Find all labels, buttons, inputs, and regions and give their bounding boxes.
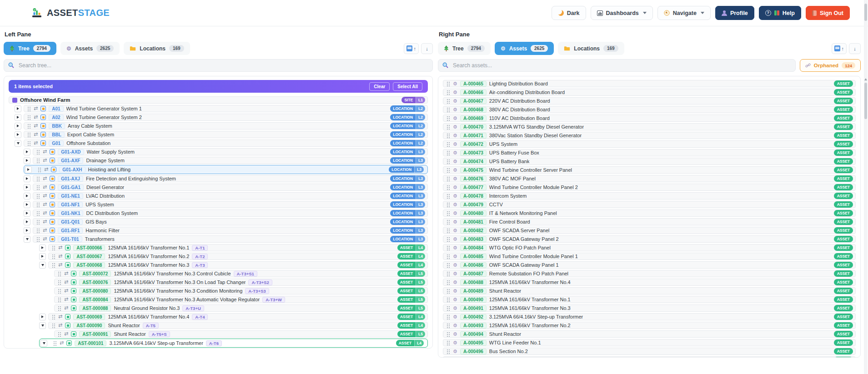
scrollbar-thumb[interactable] [864,4,867,21]
drag-handle-icon[interactable] [58,297,61,302]
drag-handle-icon[interactable] [447,133,450,138]
asset-list-row[interactable]: ⚙ A-000484 WTG Optic FO Patch Panel ASSE… [443,244,856,251]
tree-row[interactable]: ⇄ G01-NF1 UPS System LOCATIONL3 [24,201,428,208]
drag-handle-icon[interactable] [447,202,450,207]
tree-row-pill[interactable]: ⇄ A01 Wind Turbine Generator System 1 LO… [24,105,428,112]
asset-list-row[interactable]: ⚙ A-000482 OWF SCADA Server Panel ASSET [443,227,856,234]
tree-row-pill[interactable]: ⇄ G01-NE1 LVAC Distribution LOCATIONL3 [33,192,428,199]
tree-row-pill[interactable]: ⇄ G01-AXD Water Supply System LOCATIONL3 [33,148,428,155]
expand-button[interactable] [25,166,32,173]
drag-handle-icon[interactable] [27,106,31,111]
asset-row-pill[interactable]: ⚙ A-000482 OWF SCADA Server Panel ASSET [443,227,856,234]
sort-down-button[interactable]: ↓ [849,43,861,54]
asset-list-row[interactable]: ⚙ A-000481 Fire Control Board ASSET [443,218,856,225]
expand-button[interactable] [24,149,30,155]
drag-handle-icon[interactable] [447,194,450,199]
tree-row-pill[interactable]: ⇄ AST-000080 125MVA 161/66kV Transformer… [54,287,428,294]
drag-handle-icon[interactable] [447,211,450,216]
asset-row-pill[interactable]: ⚙ A-000468 380V AC Distribution Board AS… [443,106,856,113]
move-icon[interactable]: ⇄ [64,271,68,276]
scrollbar-thumb[interactable] [864,83,867,119]
tree-row-pill[interactable]: ⇄ AST-000068 125MVA 161/66kV Transformer… [48,261,428,269]
move-icon[interactable]: ⇄ [43,219,47,224]
tree-row-pill[interactable]: ⇄ AST-000088 Neutral Ground Resistor No.… [54,304,428,312]
asset-list-row[interactable]: ⚙ A-000495 WTG Line Feeder No.1 ASSET [443,339,856,346]
display-options-button[interactable]: ↑ [832,43,847,54]
move-icon[interactable]: ⇄ [43,210,47,215]
drag-handle-icon[interactable] [36,176,40,181]
asset-list-row[interactable]: ⚙ A-000490 125MVA 161/66kV Transformer N… [443,296,856,303]
tree-row[interactable]: ⇄ G01-AXF Drainage System LOCATIONL3 [24,157,428,164]
tree-row[interactable]: ⇄ AST-000101 3.125MVA 66/4.16kV Step-up … [39,339,428,348]
clear-selection-button[interactable]: Clear [369,82,390,91]
asset-list-row[interactable]: ⚙ A-000476 380V AC MOF Panel ASSET [443,175,856,182]
expand-button[interactable] [24,157,30,164]
asset-list-row[interactable]: ⚙ A-000465 Lighting Distribution Board A… [443,80,856,87]
drag-handle-icon[interactable] [447,81,450,86]
drag-handle-icon[interactable] [36,211,40,216]
asset-row-pill[interactable]: ⚙ A-000467 220V AC Distribution Board AS… [443,97,856,105]
tree-row-pill[interactable]: ⇄ G01-AXF Drainage System LOCATIONL3 [33,157,428,164]
drag-handle-icon[interactable] [447,107,450,112]
drag-handle-icon[interactable] [447,228,450,233]
drag-handle-icon[interactable] [447,159,450,164]
asset-row-pill[interactable]: ⚙ A-000486 OWF SCADA Gateway Panel 1 ASS… [443,261,856,269]
tree-row-pill[interactable]: ⇄ G01-AXH Hoisting and Lifting LOCATIONL… [34,166,426,173]
tree-row-pill[interactable]: ⇄ AST-000066 125MVA 161/66kV Transformer… [48,244,428,251]
tree-row[interactable]: ⇄ G01-NE1 LVAC Distribution LOCATIONL3 [24,192,428,199]
asset-list-row[interactable]: ⚙ A-000475 Wind Turbine Controller Serve… [443,166,856,174]
dark-mode-button[interactable]: Dark [552,6,586,20]
tree-row[interactable]: ⇄ G01-GA1 Diesel Generator LOCATIONL3 [24,184,428,191]
tree-row[interactable]: ⇄ AST-000076 125MVA 161/66kV Transformer… [54,279,428,286]
expand-button[interactable] [39,314,46,320]
tree-row[interactable]: ⇄ AST-000084 125MVA 161/66kV Transformer… [54,296,428,303]
asset-row-pill[interactable]: ⚙ A-000474 UPS Battery Bank ASSET [443,158,856,165]
drag-handle-icon[interactable] [36,237,40,242]
drag-handle-icon[interactable] [27,141,31,146]
tree-row[interactable]: ⇄ AST-000088 Neutral Ground Resistor No.… [54,304,428,312]
move-icon[interactable]: ⇄ [34,132,38,137]
drag-handle-icon[interactable] [447,99,450,104]
drag-handle-icon[interactable] [58,280,61,285]
tree-row[interactable]: ⇄ AST-000091 Shunt Reactor A-T5+S ASSETL… [54,330,428,338]
tree-row[interactable]: ⇄ A02 Wind Turbine Generator System 2 LO… [15,114,428,121]
tree-row-pill[interactable]: ⇄ AST-000072 125MVA 161/66kV Transformer… [54,270,428,277]
asset-row-pill[interactable]: ⚙ A-000476 380V AC MOF Panel ASSET [443,175,856,182]
tree-row-pill[interactable]: ⇄ G01 Offshore Substation LOCATIONL2 [24,140,428,147]
drag-handle-icon[interactable] [447,280,450,285]
expand-button[interactable] [24,193,30,199]
expand-button[interactable] [15,105,21,112]
drag-handle-icon[interactable] [447,254,450,259]
asset-row-pill[interactable]: ⚙ A-000472 UPS System ASSET [443,140,856,148]
move-icon[interactable]: ⇄ [58,262,62,267]
expand-button[interactable] [24,210,30,217]
asset-row-pill[interactable]: ⚙ A-000473 UPS Battery Fuse Box ASSET [443,149,856,156]
tree-row-pill[interactable]: Offshore Wind Farm SITEL1 [9,96,428,104]
drag-handle-icon[interactable] [58,306,61,311]
expand-button[interactable] [24,219,30,225]
asset-list-row[interactable]: ⚙ A-000471 380Vac Station Standby Diesel… [443,132,856,139]
drag-handle-icon[interactable] [27,132,31,137]
asset-list-row[interactable]: ⚙ A-000489 Shunt Reactor ASSET [443,287,856,294]
asset-row-pill[interactable]: ⚙ A-000484 WTG Optic FO Patch Panel ASSE… [443,244,856,251]
drag-handle-icon[interactable] [447,314,450,319]
asset-list-row[interactable]: ⚙ A-000479 CCTV ASSET [443,201,856,208]
asset-row-pill[interactable]: ⚙ A-000478 Intercom System ASSET [443,192,856,199]
profile-button[interactable]: Profile [715,6,754,20]
drag-handle-icon[interactable] [27,124,31,129]
tree-row[interactable]: ⇄ G01-Q01 GIS Bays LOCATIONL3 [24,218,428,225]
tree-row[interactable]: ⇄ AST-000072 125MVA 161/66kV Transformer… [54,270,428,277]
expand-button[interactable] [39,262,46,269]
asset-search-input[interactable] [438,59,796,72]
drag-handle-icon[interactable] [52,323,55,328]
drag-handle-icon[interactable] [27,115,31,120]
tree-row[interactable]: ⇄ AST-000080 125MVA 161/66kV Transformer… [54,287,428,294]
tab-locations[interactable]: Locations 169 [124,42,190,55]
asset-list-row[interactable]: ⚙ A-000493 125MVA 161/66kV Transformer N… [443,322,856,329]
move-icon[interactable]: ⇄ [64,305,68,310]
asset-list-row[interactable]: ⚙ A-000486 OWF SCADA Gateway Panel 1 ASS… [443,261,856,269]
asset-row-pill[interactable]: ⚙ A-000495 WTG Line Feeder No.1 ASSET [443,339,856,346]
drag-handle-icon[interactable] [447,349,450,354]
move-icon[interactable]: ⇄ [43,228,47,233]
drag-handle-icon[interactable] [447,90,450,95]
